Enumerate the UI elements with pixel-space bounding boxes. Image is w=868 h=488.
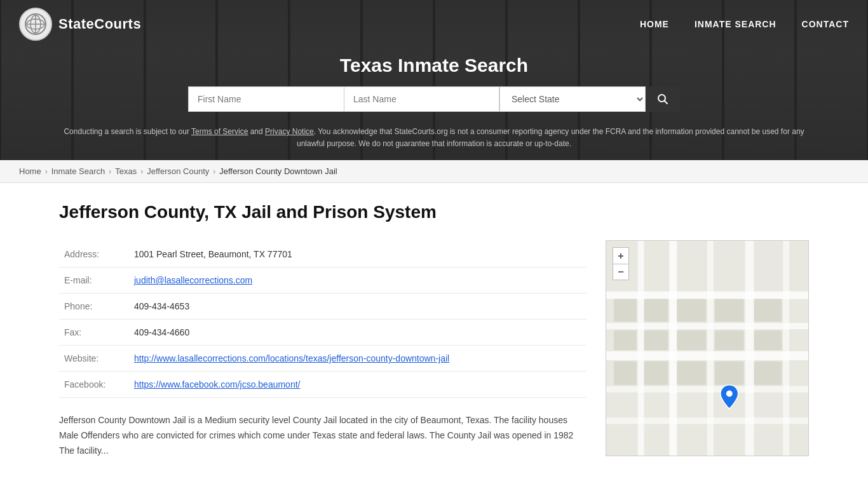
svg-rect-20 — [677, 299, 706, 322]
facebook-value: https://www.facebook.com/jcso.beaumont/ — [129, 372, 587, 398]
svg-rect-29 — [644, 362, 668, 385]
email-row: E-mail: judith@lasallecorrections.com — [59, 268, 587, 294]
breadcrumb-current: Jefferson County Downtown Jail — [219, 166, 337, 176]
last-name-input[interactable] — [344, 86, 499, 112]
map-container: + − — [606, 240, 809, 456]
navbar: StateCourts HOME INMATE SEARCH CONTACT — [0, 0, 868, 48]
privacy-link[interactable]: Privacy Notice — [265, 127, 314, 136]
website-row: Website: http://www.lasallecorrections.c… — [59, 346, 587, 372]
website-label: Website: — [59, 346, 129, 372]
phone-value: 409-434-4653 — [129, 294, 587, 320]
map-zoom-in[interactable]: + — [613, 247, 629, 264]
search-icon — [657, 93, 668, 105]
svg-rect-17 — [783, 241, 789, 456]
state-select[interactable]: Select State Alabama Texas California Fl… — [499, 86, 646, 112]
phone-label: Phone: — [59, 294, 129, 320]
svg-rect-16 — [745, 241, 754, 456]
nav-links: HOME INMATE SEARCH CONTACT — [640, 19, 849, 29]
svg-rect-26 — [715, 331, 744, 351]
breadcrumb: Home › Inmate Search › Texas › Jefferson… — [0, 160, 868, 183]
svg-rect-23 — [614, 331, 637, 351]
svg-rect-14 — [669, 241, 677, 456]
logo-area: StateCourts — [19, 8, 141, 41]
breadcrumb-sep-4: › — [213, 167, 215, 176]
svg-rect-30 — [677, 362, 706, 385]
info-table: Address: 1001 Pearl Street, Beaumont, TX… — [59, 241, 587, 398]
svg-rect-25 — [677, 331, 706, 351]
description-text: Jefferson County Downtown Jail is a Medi… — [59, 413, 587, 458]
fax-value: 409-434-4660 — [129, 320, 587, 346]
address-row: Address: 1001 Pearl Street, Beaumont, TX… — [59, 241, 587, 268]
svg-rect-19 — [644, 299, 668, 322]
svg-rect-28 — [614, 362, 637, 385]
breadcrumb-home[interactable]: Home — [19, 166, 41, 176]
svg-rect-24 — [644, 331, 668, 351]
email-link[interactable]: judith@lasallecorrections.com — [134, 275, 252, 285]
logo-icon — [19, 8, 52, 41]
svg-rect-32 — [754, 362, 782, 385]
website-link[interactable]: http://www.lasallecorrections.com/locati… — [134, 353, 449, 363]
svg-rect-31 — [715, 362, 744, 385]
svg-line-6 — [665, 101, 668, 104]
nav-contact[interactable]: CONTACT — [802, 19, 849, 29]
nav-inmate-search[interactable]: INMATE SEARCH — [695, 19, 776, 29]
address-label: Address: — [59, 241, 129, 268]
first-name-input[interactable] — [188, 86, 344, 112]
header: StateCourts HOME INMATE SEARCH CONTACT T… — [0, 0, 868, 160]
fax-row: Fax: 409-434-4660 — [59, 320, 587, 346]
phone-row: Phone: 409-434-4653 — [59, 294, 587, 320]
search-bar: Select State Alabama Texas California Fl… — [13, 86, 855, 112]
map-svg — [606, 241, 808, 456]
disclaimer-text: Conducting a search is subject to our Te… — [13, 119, 855, 160]
website-value: http://www.lasallecorrections.com/locati… — [129, 346, 587, 372]
breadcrumb-jefferson-county[interactable]: Jefferson County — [147, 166, 209, 176]
main-content: Jefferson County, TX Jail and Prison Sys… — [34, 183, 834, 477]
breadcrumb-inmate-search[interactable]: Inmate Search — [51, 166, 105, 176]
facebook-row: Facebook: https://www.facebook.com/jcso.… — [59, 372, 587, 398]
content-left: Jefferson County, TX Jail and Prison Sys… — [59, 202, 587, 458]
fax-label: Fax: — [59, 320, 129, 346]
breadcrumb-sep-3: › — [140, 167, 143, 176]
breadcrumb-texas[interactable]: Texas — [115, 166, 137, 176]
svg-rect-27 — [754, 331, 782, 351]
hero-section: Texas Inmate Search Select State Alabama… — [0, 48, 868, 160]
map-zoom-controls: + − — [613, 247, 629, 280]
nav-home[interactable]: HOME — [640, 19, 669, 29]
email-label: E-mail: — [59, 268, 129, 294]
page-heading: Jefferson County, TX Jail and Prison Sys… — [59, 202, 587, 222]
svg-rect-22 — [754, 299, 782, 322]
breadcrumb-sep-2: › — [109, 167, 111, 176]
search-button[interactable] — [646, 86, 680, 112]
address-value: 1001 Pearl Street, Beaumont, TX 77701 — [129, 241, 587, 268]
svg-rect-18 — [614, 299, 637, 322]
tos-link[interactable]: Terms of Service — [191, 127, 248, 136]
svg-rect-15 — [707, 241, 714, 456]
logo-svg — [24, 13, 47, 36]
svg-point-34 — [726, 391, 733, 397]
email-value: judith@lasallecorrections.com — [129, 268, 587, 294]
logo-text: StateCourts — [58, 16, 141, 32]
svg-rect-13 — [638, 241, 644, 456]
map-zoom-out[interactable]: − — [613, 264, 629, 280]
svg-rect-21 — [715, 299, 744, 322]
facebook-label: Facebook: — [59, 372, 129, 398]
hero-title: Texas Inmate Search — [13, 55, 855, 76]
breadcrumb-sep-1: › — [45, 167, 48, 176]
facebook-link[interactable]: https://www.facebook.com/jcso.beaumont/ — [134, 379, 300, 390]
